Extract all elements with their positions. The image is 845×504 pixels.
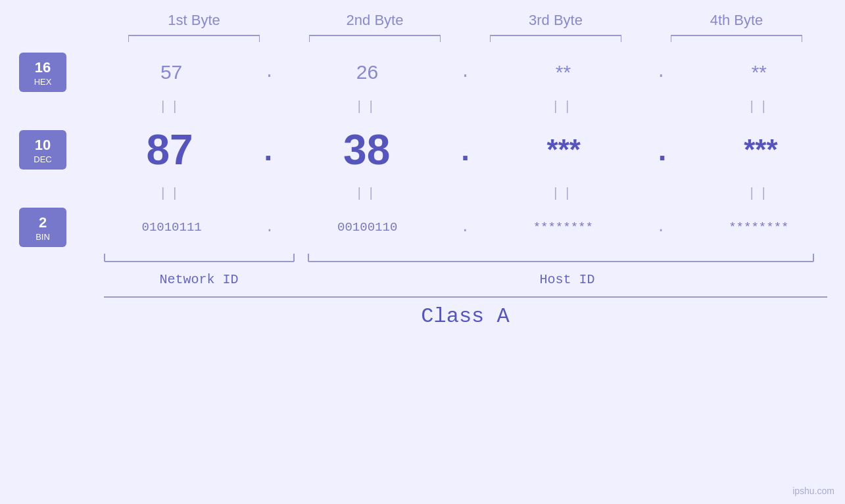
eq1-b3: || (498, 99, 629, 114)
bin-byte3: ******** (497, 220, 629, 235)
network-id-label: Network ID (159, 272, 238, 287)
byte2-header: 2nd Byte (302, 12, 447, 29)
bin-byte4: ******** (693, 220, 825, 235)
byte4-top-bracket (671, 33, 802, 43)
eq2-b2: || (301, 186, 433, 201)
eq2-b4: || (694, 186, 825, 201)
hex-dot3: . (656, 62, 667, 82)
dec-byte4: *** (695, 133, 827, 166)
byte2-top-bracket (309, 33, 441, 43)
bin-byte2: 00100110 (302, 220, 433, 235)
hex-byte4: ** (693, 61, 825, 83)
bin-badge-label: BIN (36, 233, 50, 241)
bin-badge-number: 2 (39, 214, 47, 233)
watermark: ipshu.com (792, 486, 834, 496)
hex-badge: 16 HEX (19, 53, 66, 92)
dec-byte1: 87 (104, 126, 235, 174)
hex-byte2: 26 (302, 61, 433, 83)
host-bracket-svg (308, 254, 827, 269)
host-id-section: Host ID (308, 254, 827, 287)
hex-dot1: . (264, 62, 275, 82)
eq1-b2: || (301, 99, 433, 114)
dec-dot3: . (653, 135, 671, 170)
dec-byte3: *** (498, 133, 629, 166)
byte1-top-bracket (128, 33, 260, 43)
byte3-top-bracket (490, 33, 621, 43)
dec-badge: 10 DEC (19, 130, 66, 170)
eq2-b1: || (105, 186, 237, 201)
class-label: Class A (421, 304, 509, 329)
eq2-b3: || (498, 186, 629, 201)
hex-byte3: ** (497, 61, 629, 83)
hex-byte1: 57 (106, 61, 237, 83)
class-section: Class A (104, 296, 827, 329)
eq1-b4: || (694, 99, 825, 114)
byte3-header: 3rd Byte (483, 12, 628, 29)
bin-byte1: 01010111 (106, 220, 237, 235)
class-line (104, 296, 827, 298)
dec-label-cell: 10 DEC (0, 130, 85, 170)
hex-dot2: . (460, 62, 471, 82)
hex-label-cell: 16 HEX (0, 53, 85, 92)
main-container: 1st Byte 2nd Byte 3rd Byte 4th Byte (0, 0, 845, 504)
bin-dot1: . (265, 219, 274, 236)
bin-badge: 2 BIN (19, 208, 66, 247)
hex-badge-number: 16 (35, 58, 51, 78)
dec-dot1: . (259, 135, 278, 170)
dec-badge-number: 10 (35, 136, 51, 155)
bin-dot2: . (461, 219, 470, 236)
dec-dot2: . (456, 135, 475, 170)
host-id-label: Host ID (539, 272, 594, 287)
byte4-header: 4th Byte (664, 12, 809, 29)
bin-label-cell: 2 BIN (0, 208, 85, 247)
bin-dot3: . (656, 219, 665, 236)
network-bracket-svg (104, 254, 295, 269)
byte1-header: 1st Byte (122, 12, 266, 29)
dec-badge-label: DEC (34, 155, 51, 164)
dec-byte2: 38 (301, 126, 433, 174)
eq1-b1: || (105, 99, 237, 114)
hex-badge-label: HEX (34, 78, 52, 86)
network-id-section: Network ID (104, 254, 295, 287)
